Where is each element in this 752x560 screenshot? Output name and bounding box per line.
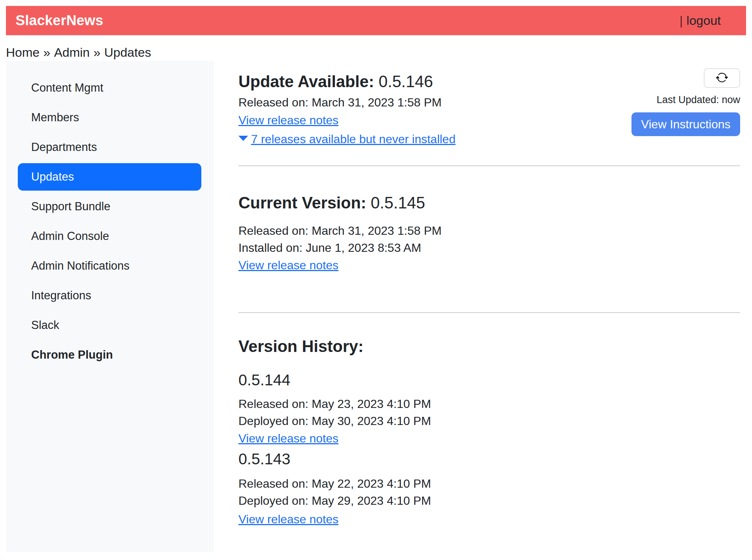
- view-instructions-button[interactable]: View Instructions: [631, 112, 740, 136]
- logout-link[interactable]: logout: [686, 13, 721, 27]
- current-version-number: 0.5.145: [371, 194, 425, 212]
- content-layout: Content Mgmt Members Departments Updates…: [6, 61, 746, 552]
- sidebar-item-support-bundle[interactable]: Support Bundle: [6, 192, 214, 221]
- sidebar-item-admin-console[interactable]: Admin Console: [6, 221, 214, 251]
- sidebar: Content Mgmt Members Departments Updates…: [6, 61, 214, 552]
- view-release-notes-link[interactable]: View release notes: [238, 257, 339, 273]
- current-version-label: Current Version:: [238, 194, 366, 212]
- update-available-version: 0.5.146: [379, 72, 433, 90]
- brand-title[interactable]: SlackerNews: [16, 13, 103, 29]
- version-history-entry: 0.5.143 Released on: May 22, 2023 4:10 P…: [238, 450, 740, 527]
- history-deployed-on-text: Deployed on: May 29, 2023 4:10 PM: [238, 492, 740, 509]
- update-available-label: Update Available:: [238, 72, 374, 90]
- history-entry-details: Released on: May 22, 2023 4:10 PM Deploy…: [238, 475, 740, 509]
- history-released-on-text: Released on: May 22, 2023 4:10 PM: [238, 475, 740, 492]
- last-updated-text: Last Updated: now: [657, 94, 740, 106]
- sidebar-item-content-mgmt[interactable]: Content Mgmt: [6, 73, 214, 103]
- breadcrumb-separator: »: [43, 45, 50, 59]
- sidebar-item-admin-notifications[interactable]: Admin Notifications: [6, 251, 214, 281]
- history-entry-details: Released on: May 23, 2023 4:10 PM Deploy…: [238, 395, 740, 429]
- section-current-version: Current Version:0.5.145 Released on: Mar…: [238, 193, 740, 273]
- sidebar-item-updates[interactable]: Updates: [18, 163, 201, 191]
- header-right: |logout: [680, 13, 736, 28]
- section-version-history: Version History: 0.5.144 Released on: Ma…: [238, 337, 740, 527]
- page: SlackerNews |logout Home»Admin»Updates C…: [0, 0, 752, 560]
- current-version-details: Released on: March 31, 2023 1:58 PM Inst…: [238, 222, 740, 256]
- breadcrumb-separator: »: [93, 45, 100, 59]
- view-release-notes-link[interactable]: View release notes: [238, 112, 339, 128]
- pending-releases-link[interactable]: 7 releases available but never installed: [251, 131, 455, 147]
- app-header: SlackerNews |logout: [6, 6, 746, 35]
- version-history-heading: Version History:: [238, 337, 740, 356]
- section-divider: [238, 165, 740, 166]
- breadcrumb-home[interactable]: Home: [6, 45, 40, 59]
- status-panel: Last Updated: now View Instructions: [631, 68, 740, 136]
- view-release-notes-link[interactable]: View release notes: [238, 430, 339, 447]
- sidebar-item-slack[interactable]: Slack: [6, 310, 214, 340]
- history-deployed-on-text: Deployed on: May 30, 2023 4:10 PM: [238, 412, 740, 429]
- breadcrumb-admin[interactable]: Admin: [54, 45, 90, 59]
- history-version-number: 0.5.144: [238, 371, 740, 389]
- sidebar-item-chrome-plugin[interactable]: Chrome Plugin: [6, 340, 214, 370]
- current-installed-on-text: Installed on: June 1, 2023 8:53 AM: [238, 239, 740, 256]
- view-release-notes-link[interactable]: View release notes: [238, 511, 339, 527]
- sidebar-item-departments[interactable]: Departments: [6, 132, 214, 162]
- sidebar-item-integrations[interactable]: Integrations: [6, 281, 214, 310]
- history-released-on-text: Released on: May 23, 2023 4:10 PM: [238, 395, 740, 412]
- logout-separator: |: [680, 13, 683, 27]
- sidebar-item-members[interactable]: Members: [6, 103, 214, 132]
- breadcrumb-current: Updates: [104, 45, 151, 59]
- main-content: Update Available:0.5.146 Released on: Ma…: [214, 61, 746, 552]
- refresh-button[interactable]: [704, 68, 740, 88]
- refresh-icon: [716, 71, 728, 85]
- caret-down-icon: [238, 135, 248, 143]
- current-version-heading: Current Version:0.5.145: [238, 193, 740, 213]
- history-version-number: 0.5.143: [238, 450, 740, 468]
- section-divider: [238, 312, 740, 313]
- current-released-on-text: Released on: March 31, 2023 1:58 PM: [238, 222, 740, 239]
- breadcrumb: Home»Admin»Updates: [6, 45, 752, 60]
- version-history-entry: 0.5.144 Released on: May 23, 2023 4:10 P…: [238, 371, 740, 447]
